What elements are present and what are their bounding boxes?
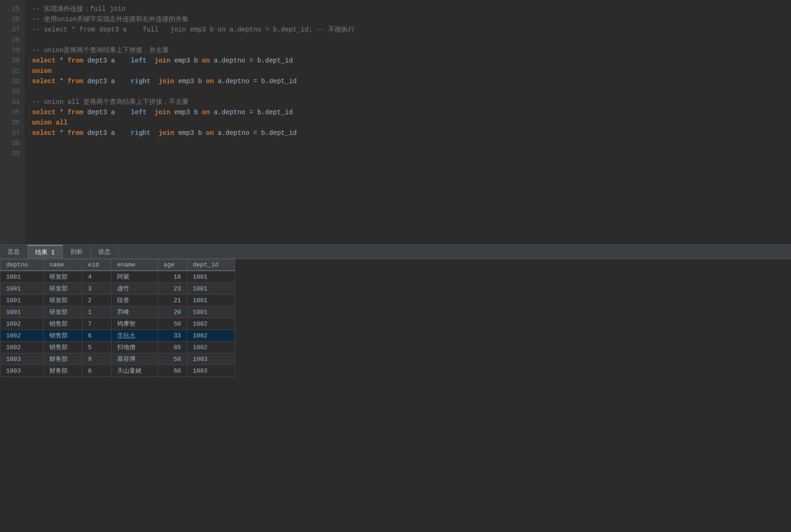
table-cell: 20: [158, 306, 187, 318]
code-token: select: [32, 129, 55, 137]
line-number: 36: [5, 117, 20, 128]
table-cell: 21: [158, 295, 187, 306]
column-header-eid: eid: [82, 259, 111, 271]
table-cell: 1002: [187, 342, 235, 353]
table-cell: 3: [82, 283, 111, 295]
code-token: *: [55, 129, 67, 137]
table-cell: 50: [158, 318, 187, 330]
code-token: join: [155, 57, 171, 64]
table-cell: 1002: [0, 342, 44, 353]
table-cell: 乔峰: [111, 306, 158, 318]
table-cell: 研发部: [44, 271, 82, 283]
table-row[interactable]: 1002销售部6李秋水331002: [0, 330, 235, 342]
table-cell: 销售部: [44, 318, 82, 330]
column-header-dept_id: dept_id: [187, 259, 235, 271]
code-token: left: [131, 57, 147, 64]
tab-言息[interactable]: 言息: [0, 245, 28, 258]
table-cell: 1003: [0, 365, 44, 377]
line-number: 33: [5, 86, 20, 97]
table-cell: 扫地僧: [111, 342, 158, 353]
line-number: 35: [5, 107, 20, 117]
line-number: 27: [5, 24, 20, 35]
code-token: select: [32, 109, 55, 116]
table-cell: 85: [158, 342, 187, 353]
code-line: union all: [32, 117, 783, 128]
results-table: deptnonameeidenameagedept_id1001研发部4阿紫18…: [0, 259, 235, 377]
table-row[interactable]: 1001研发部3虚竹231001: [0, 283, 235, 295]
column-header-deptno: deptno: [0, 259, 44, 271]
comment-text: -- 实现满外连接：full join: [32, 5, 126, 13]
table-row[interactable]: 1003财务部9慕容博581003: [0, 353, 235, 365]
table-row[interactable]: 1002销售部7鸠摩智501002: [0, 318, 235, 330]
code-token: right: [131, 129, 150, 137]
line-number: 38: [5, 138, 20, 149]
code-token: union: [32, 67, 52, 75]
code-line: -- union all 是将两个查询结果上下拼接，不去重: [32, 97, 783, 107]
code-token: from: [68, 109, 84, 116]
code-token: *: [55, 78, 67, 85]
table-cell: 23: [158, 283, 187, 295]
code-token: a.deptno = b.dept_id: [214, 129, 297, 137]
code-token: emp3 b: [170, 57, 202, 64]
tab-剖析[interactable]: 剖析: [63, 245, 91, 258]
code-token: union: [32, 119, 52, 126]
line-number: 34: [5, 97, 20, 107]
code-token: emp3 b: [174, 129, 206, 137]
code-line: select * from dept3 a right join emp3 b …: [32, 76, 783, 86]
code-line: -- 实现满外连接：full join: [32, 4, 783, 14]
table-cell: 1: [82, 306, 111, 318]
code-token: from: [68, 57, 84, 64]
line-number: 37: [5, 128, 20, 138]
results-wrapper[interactable]: deptnonameeidenameagedept_id1001研发部4阿紫18…: [0, 259, 791, 532]
table-cell: 虚竹: [111, 283, 158, 295]
code-token: on: [206, 78, 214, 85]
line-number: 30: [5, 55, 20, 66]
table-cell: 销售部: [44, 342, 82, 353]
table-cell: 2: [82, 295, 111, 306]
table-cell: 60: [158, 365, 187, 377]
table-cell: 33: [158, 330, 187, 342]
column-header-ename: ename: [111, 259, 158, 271]
code-token: dept3 a: [83, 129, 131, 137]
line-number: 28: [5, 35, 20, 45]
code-token: from: [68, 78, 84, 85]
table-row[interactable]: 1001研发部2段誉211001: [0, 295, 235, 306]
code-line: -- union是将两个查询结果上下拼接，并去重: [32, 45, 783, 55]
code-token: [147, 109, 155, 116]
table-cell: 销售部: [44, 330, 82, 342]
code-content[interactable]: -- 实现满外连接：full join-- 使用union关键字实现左外连接和右…: [24, 0, 791, 244]
table-row[interactable]: 1001研发部4阿紫181001: [0, 271, 235, 283]
table-cell: 4: [82, 271, 111, 283]
code-token: a.deptno = b.dept_id: [210, 109, 293, 116]
column-header-age: age: [158, 259, 187, 271]
code-line: -- select * from dept3 a full join emp3 …: [32, 24, 783, 35]
table-cell: 1001: [0, 295, 44, 306]
table-cell: 1002: [0, 330, 44, 342]
code-token: emp3 b: [170, 109, 202, 116]
code-line: [32, 149, 783, 159]
table-cell: 1001: [0, 306, 44, 318]
table-row[interactable]: 1003财务部8天山童姥601003: [0, 365, 235, 377]
code-token: dept3 a: [83, 78, 131, 85]
table-cell: 鸠摩智: [111, 318, 158, 330]
code-token: a.deptno = b.dept_id: [210, 57, 293, 64]
line-number: 26: [5, 14, 20, 24]
code-token: join: [155, 109, 171, 116]
code-token: from: [68, 129, 84, 137]
code-token: *: [55, 109, 67, 116]
tab-状态[interactable]: 状态: [91, 245, 119, 258]
table-cell: 段誉: [111, 295, 158, 306]
code-editor[interactable]: 252627282930313233343536373839 -- 实现满外连接…: [0, 0, 791, 244]
code-line: -- 使用union关键字实现左外连接和右外连接的并集: [32, 14, 783, 24]
tab-结果-1[interactable]: 结果 1: [28, 245, 63, 258]
table-cell: 58: [158, 353, 187, 365]
code-token: on: [202, 57, 210, 64]
table-cell: 财务部: [44, 353, 82, 365]
code-token: on: [206, 129, 214, 137]
table-cell: 1001: [187, 295, 235, 306]
table-row[interactable]: 1002销售部5扫地僧851002: [0, 342, 235, 353]
table-cell: 1002: [187, 318, 235, 330]
table-cell: 18: [158, 271, 187, 283]
code-line: [32, 86, 783, 97]
table-row[interactable]: 1001研发部1乔峰201001: [0, 306, 235, 318]
